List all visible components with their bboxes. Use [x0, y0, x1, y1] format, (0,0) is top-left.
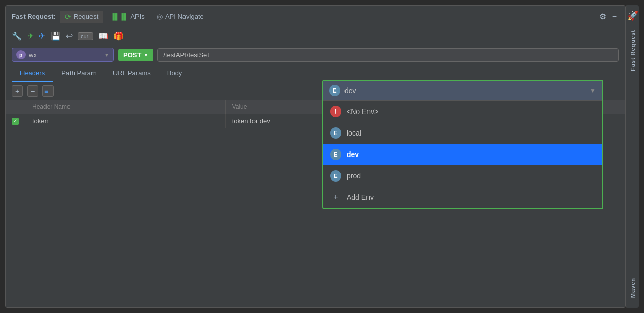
- apis-icon: ▐▌▐▌: [110, 13, 128, 20]
- add-env-item[interactable]: + Add Env: [323, 187, 602, 208]
- api-navigate-icon: ◎: [157, 13, 163, 20]
- tab-request-label: Request: [74, 13, 98, 20]
- right-sidebar: 🚀 Fast Request Maven: [626, 5, 639, 308]
- book-icon[interactable]: 📖: [98, 31, 108, 41]
- tab-apis-label: APIs: [130, 13, 144, 20]
- method-chevron-icon: ▼: [143, 52, 148, 58]
- dev-env-label: dev: [347, 150, 359, 159]
- tab-body[interactable]: Body: [159, 65, 191, 82]
- row-checkbox[interactable]: ✓: [12, 118, 19, 125]
- project-selector[interactable]: p wx ▼: [12, 48, 114, 62]
- env-selected-icon: E: [329, 85, 340, 96]
- method-label: POST: [123, 51, 141, 59]
- add-env-icon: +: [330, 192, 341, 203]
- dev-env-icon: E: [330, 149, 341, 160]
- minimize-icon[interactable]: −: [610, 10, 619, 24]
- env-item-no-env[interactable]: ! <No Env>: [323, 101, 602, 122]
- env-item-local[interactable]: E local: [323, 122, 602, 144]
- send-green-icon[interactable]: ✈: [27, 31, 34, 41]
- title-bar: Fast Request: ⟳ Request ▐▌▐▌ APIs ◎ API …: [6, 6, 625, 28]
- method-selector[interactable]: POST ▼: [118, 49, 153, 61]
- prod-env-icon: E: [330, 170, 341, 182]
- env-item-prod[interactable]: E prod: [323, 165, 602, 187]
- dropdown-chevron-icon: ▼: [590, 87, 596, 94]
- request-icon: ⟳: [65, 13, 71, 21]
- env-item-dev[interactable]: E dev: [323, 144, 602, 165]
- bulk-edit-button[interactable]: ≡+: [42, 85, 54, 97]
- save-icon[interactable]: 💾: [51, 31, 61, 41]
- tab-url-params[interactable]: URL Params: [105, 65, 159, 82]
- tab-apis[interactable]: ▐▌▐▌ APIs: [105, 11, 149, 23]
- wrench-icon[interactable]: 🔧: [12, 31, 22, 41]
- undo-icon[interactable]: ↩: [66, 31, 73, 41]
- tab-request[interactable]: ⟳ Request: [60, 11, 103, 23]
- row-name-cell[interactable]: token: [26, 114, 226, 128]
- project-icon: p: [16, 50, 26, 59]
- remove-header-button[interactable]: −: [27, 85, 38, 97]
- toolbar: 🔧 ✈ ✈ 💾 ↩ curl 📖 🎁: [6, 28, 625, 44]
- tab-path-param[interactable]: Path Param: [53, 65, 105, 82]
- send-blue-icon[interactable]: ✈: [39, 31, 45, 41]
- rocket-icon: 🚀: [627, 10, 638, 21]
- maven-sidebar-label: Maven: [630, 278, 636, 298]
- col-checkbox: [6, 100, 26, 114]
- settings-icon[interactable]: ⚙: [597, 10, 608, 24]
- env-dropdown: E dev ▼ ! <No Env> E local E dev: [322, 80, 603, 209]
- url-row: p wx ▼ POST ▼: [6, 44, 625, 65]
- local-env-label: local: [347, 129, 361, 137]
- local-env-icon: E: [330, 127, 341, 139]
- env-dropdown-header[interactable]: E dev ▼: [323, 81, 602, 101]
- tab-api-navigate[interactable]: ◎ API Navigate: [152, 11, 209, 23]
- tab-api-navigate-label: API Navigate: [165, 13, 204, 20]
- col-header-name: Header Name: [26, 100, 226, 114]
- curl-button[interactable]: curl: [78, 32, 93, 40]
- fast-request-sidebar-label: Fast Request: [630, 30, 636, 71]
- prod-env-label: prod: [347, 172, 361, 180]
- no-env-icon: !: [330, 106, 341, 117]
- url-input[interactable]: [157, 48, 619, 62]
- gift-icon[interactable]: 🎁: [113, 31, 124, 41]
- project-chevron-icon: ▼: [104, 52, 109, 58]
- app-title: Fast Request:: [12, 13, 56, 20]
- env-selected-name: dev: [344, 86, 586, 95]
- project-name: wx: [29, 51, 101, 59]
- tab-headers[interactable]: Headers: [12, 65, 53, 82]
- add-header-button[interactable]: +: [12, 85, 23, 97]
- add-env-label: Add Env: [347, 193, 374, 202]
- row-checkbox-cell[interactable]: ✓: [6, 114, 26, 128]
- no-env-label: <No Env>: [347, 107, 378, 116]
